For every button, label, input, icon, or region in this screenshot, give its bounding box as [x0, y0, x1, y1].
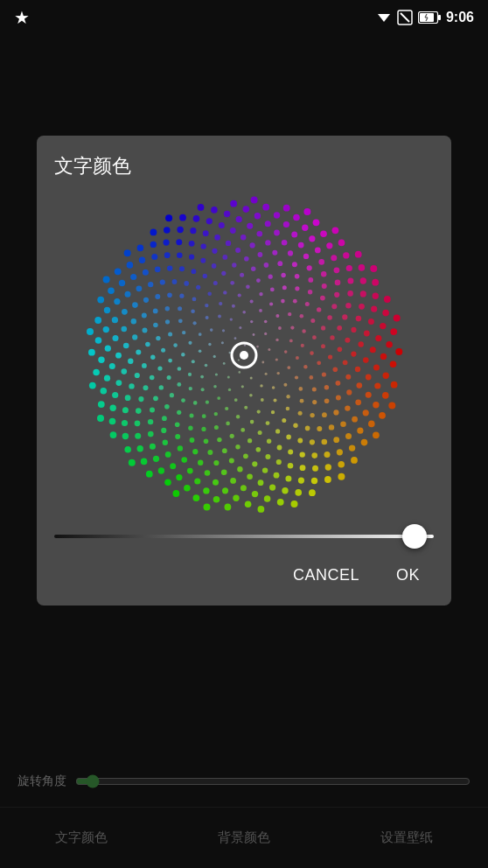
svg-point-183	[150, 375, 155, 381]
svg-point-412	[373, 293, 379, 299]
time-display: 9:06	[446, 10, 474, 25]
svg-point-427	[164, 227, 171, 234]
svg-point-481	[204, 503, 211, 510]
svg-point-144	[165, 319, 170, 324]
svg-point-433	[382, 310, 389, 317]
svg-point-142	[268, 275, 273, 279]
brightness-slider-container[interactable]	[54, 531, 434, 542]
svg-point-480	[370, 265, 377, 272]
svg-point-360	[363, 410, 369, 416]
svg-point-71	[219, 302, 222, 305]
svg-point-33	[260, 384, 262, 387]
svg-point-73	[188, 373, 192, 376]
svg-point-326	[352, 416, 358, 423]
svg-point-113	[230, 281, 234, 285]
svg-point-390	[103, 326, 109, 332]
svg-point-415	[368, 421, 375, 428]
svg-point-204	[142, 363, 147, 368]
svg-point-24	[239, 326, 241, 329]
svg-point-420	[386, 341, 393, 348]
svg-point-143	[275, 429, 280, 433]
svg-point-55	[199, 332, 202, 336]
svg-point-261	[237, 466, 242, 472]
svg-point-35	[275, 339, 278, 341]
svg-point-167	[188, 426, 192, 430]
svg-point-322	[122, 309, 128, 315]
svg-rect-4	[438, 15, 441, 20]
svg-point-366	[153, 456, 159, 462]
svg-point-17	[261, 361, 264, 364]
svg-point-184	[295, 274, 300, 279]
svg-point-106	[310, 375, 314, 380]
svg-point-118	[192, 298, 197, 302]
svg-point-474	[124, 249, 131, 256]
svg-point-279	[322, 439, 328, 445]
svg-point-295	[247, 474, 253, 480]
svg-point-45	[242, 311, 246, 314]
svg-point-152	[179, 294, 184, 298]
svg-point-241	[160, 279, 165, 284]
svg-point-443	[262, 204, 269, 211]
svg-point-368	[337, 449, 343, 455]
svg-point-122	[282, 418, 286, 423]
svg-point-429	[109, 418, 116, 425]
svg-point-256	[178, 445, 183, 451]
svg-point-110	[178, 318, 183, 323]
svg-point-209	[162, 416, 167, 421]
svg-point-318	[366, 374, 372, 381]
svg-point-96	[250, 420, 254, 424]
svg-point-255	[351, 327, 356, 332]
svg-point-262	[167, 265, 172, 270]
svg-point-336	[347, 278, 353, 284]
svg-point-190	[305, 426, 310, 431]
svg-point-282	[221, 470, 227, 476]
ok-button[interactable]: OK	[382, 559, 434, 592]
svg-point-57	[217, 396, 220, 400]
svg-point-186	[167, 293, 172, 298]
color-wheel-container[interactable]	[54, 193, 434, 517]
svg-point-155	[251, 267, 255, 271]
svg-point-479	[87, 328, 94, 335]
svg-point-148	[312, 400, 317, 404]
svg-point-156	[293, 424, 297, 428]
svg-point-441	[390, 361, 397, 368]
svg-point-168	[232, 262, 236, 267]
svg-point-60	[192, 360, 195, 363]
svg-point-22	[268, 348, 270, 351]
svg-point-381	[357, 428, 363, 434]
svg-point-439	[245, 501, 252, 508]
svg-point-14	[256, 346, 259, 348]
svg-point-235	[192, 449, 198, 454]
svg-point-100	[246, 285, 250, 290]
svg-point-477	[251, 197, 258, 204]
brightness-thumb[interactable]	[402, 524, 427, 549]
svg-point-476	[129, 459, 136, 466]
svg-point-180	[204, 438, 209, 444]
svg-point-291	[214, 234, 220, 241]
svg-point-214	[207, 450, 213, 455]
svg-point-268	[345, 303, 351, 308]
svg-point-457	[351, 457, 358, 464]
svg-point-324	[187, 468, 193, 474]
svg-point-124	[310, 318, 315, 323]
color-wheel[interactable]	[69, 193, 419, 517]
svg-point-16	[234, 337, 237, 340]
svg-point-286	[282, 240, 288, 246]
svg-point-444	[324, 476, 331, 483]
svg-point-160	[203, 274, 207, 278]
svg-point-254	[143, 298, 149, 303]
svg-point-425	[359, 264, 366, 271]
svg-point-94	[178, 367, 182, 371]
svg-point-81	[181, 353, 185, 356]
svg-point-105	[207, 292, 212, 297]
svg-point-315	[334, 267, 340, 273]
svg-point-182	[324, 398, 330, 403]
svg-point-280	[123, 343, 129, 349]
svg-point-72	[295, 375, 298, 379]
svg-point-434	[164, 480, 171, 486]
svg-point-278	[241, 234, 246, 240]
svg-point-120	[181, 398, 185, 402]
cancel-button[interactable]: CANCEL	[279, 559, 373, 592]
svg-point-231	[272, 250, 277, 256]
svg-point-320	[274, 230, 280, 236]
